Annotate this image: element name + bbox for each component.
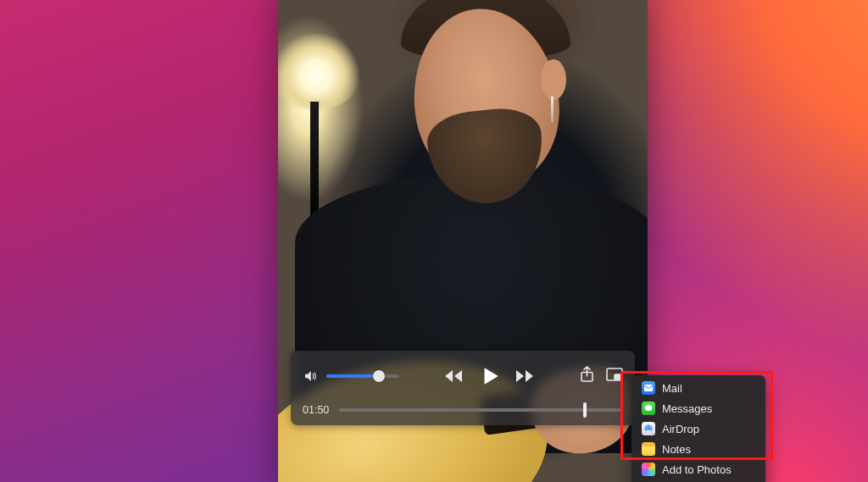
share-item-notes[interactable]: Notes bbox=[632, 439, 765, 459]
video-player-window: 01:50 bbox=[278, 0, 648, 482]
play-button[interactable] bbox=[479, 365, 501, 387]
share-item-add-to-photos[interactable]: Add to Photos bbox=[632, 459, 765, 479]
current-time: 01:50 bbox=[303, 404, 329, 416]
airdrop-icon bbox=[642, 422, 655, 435]
svg-point-4 bbox=[645, 405, 653, 411]
messages-icon bbox=[642, 402, 655, 415]
playback-controls: 01:50 bbox=[291, 351, 635, 425]
share-item-label: Mail bbox=[662, 382, 682, 395]
volume-icon[interactable] bbox=[303, 368, 318, 384]
mail-icon bbox=[642, 381, 655, 395]
share-item-mail[interactable]: Mail bbox=[632, 378, 765, 398]
photos-icon bbox=[642, 463, 655, 476]
picture-in-picture-button[interactable] bbox=[606, 368, 623, 385]
svg-rect-2 bbox=[615, 374, 621, 380]
share-item-label: Messages bbox=[662, 402, 712, 415]
share-item-label: Add to Photos bbox=[662, 463, 732, 476]
share-item-label: AirDrop bbox=[662, 423, 699, 435]
share-item-airdrop[interactable]: AirDrop bbox=[632, 418, 765, 439]
notes-icon bbox=[642, 442, 655, 456]
scrubber[interactable] bbox=[339, 408, 623, 412]
share-item-label: Notes bbox=[662, 443, 691, 456]
svg-point-5 bbox=[648, 428, 649, 429]
volume-slider[interactable] bbox=[326, 374, 399, 378]
share-menu: Mail Messages AirDrop Notes Add to Photo… bbox=[632, 375, 765, 482]
fast-forward-button[interactable] bbox=[515, 368, 535, 385]
share-item-messages[interactable]: Messages bbox=[632, 398, 765, 418]
share-button[interactable] bbox=[580, 366, 594, 386]
rewind-button[interactable] bbox=[445, 368, 465, 385]
